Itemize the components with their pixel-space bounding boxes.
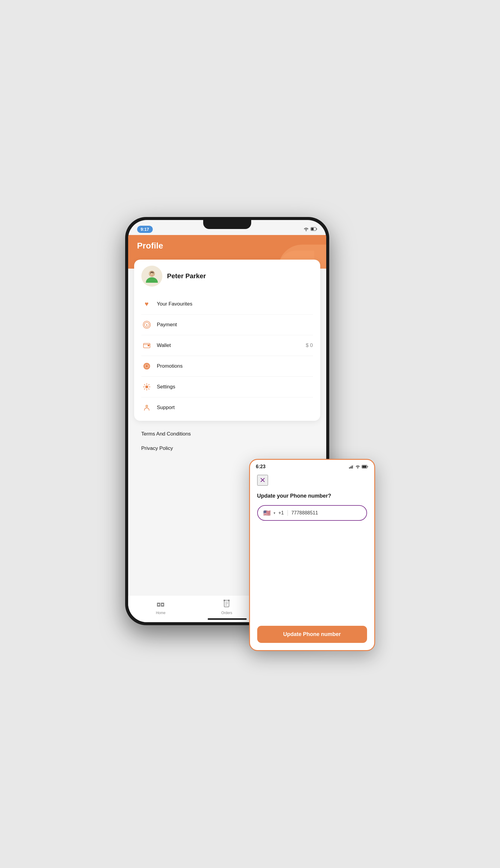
user-info: Peter Parker: [141, 266, 313, 287]
battery-icon: [311, 227, 317, 232]
close-button[interactable]: ✕: [257, 475, 268, 486]
svg-rect-21: [158, 604, 159, 605]
status-icons: [304, 227, 317, 232]
settings-icon: [141, 381, 152, 392]
signal-icon: [349, 465, 354, 469]
nav-orders[interactable]: Orders: [221, 600, 232, 615]
wifi-icon: [304, 227, 309, 232]
svg-rect-22: [162, 604, 163, 605]
menu-item-settings[interactable]: Settings: [141, 377, 313, 397]
svg-rect-11: [148, 345, 149, 346]
svg-rect-32: [362, 466, 366, 468]
wifi2-icon: [355, 465, 360, 469]
svg-point-5: [150, 273, 151, 274]
promotions-icon: [141, 361, 152, 372]
home-icon: [156, 600, 165, 609]
terms-link[interactable]: Terms And Conditions: [141, 427, 313, 441]
svg-rect-1: [311, 228, 314, 230]
menu-label-support: Support: [157, 404, 313, 411]
menu-label-settings: Settings: [157, 384, 313, 390]
menu-item-favourites[interactable]: ♥ Your Favourites: [141, 294, 313, 315]
notch: [203, 220, 251, 229]
support-icon: [141, 402, 152, 413]
menu-label-wallet: Wallet: [157, 342, 301, 349]
svg-rect-30: [353, 465, 354, 469]
svg-point-18: [146, 405, 148, 407]
phone2-status-bar: 6:23: [250, 460, 374, 472]
flag-icon: 🇺🇸: [263, 509, 271, 516]
svg-rect-24: [224, 600, 225, 601]
phone-number-display[interactable]: 7778888511: [292, 510, 361, 516]
home-bar: [208, 618, 247, 620]
svg-point-6: [152, 273, 154, 274]
svg-point-14: [145, 365, 148, 368]
menu-label-favourites: Your Favourites: [157, 301, 313, 307]
menu-item-promotions[interactable]: Promotions: [141, 356, 313, 377]
scene: 9:17: [125, 217, 375, 651]
nav-home[interactable]: Home: [156, 600, 166, 615]
wallet-icon: [141, 340, 152, 351]
modal-content: ✕ Update your Phone number? 🇺🇸 ▼ +1 7778…: [250, 472, 374, 650]
text-links: Terms And Conditions Privacy Policy: [128, 421, 326, 461]
menu-item-wallet[interactable]: Wallet $ 0: [141, 335, 313, 356]
menu-label-payment: Payment: [157, 322, 313, 328]
privacy-link[interactable]: Privacy Policy: [141, 441, 313, 456]
phone-divider: [287, 510, 288, 516]
modal-title: Update your Phone number?: [257, 493, 367, 499]
svg-rect-25: [228, 600, 230, 601]
svg-rect-29: [352, 466, 353, 469]
nav-orders-label: Orders: [221, 611, 232, 615]
header-title: Profile: [137, 241, 163, 250]
phone2-time: 6:23: [256, 464, 265, 469]
menu-label-promotions: Promotions: [157, 363, 313, 369]
phone2-status-icons: [349, 465, 368, 469]
update-phone-button[interactable]: Update Phone number: [257, 626, 367, 643]
menu-item-payment[interactable]: $ Payment: [141, 315, 313, 335]
wallet-value: $ 0: [306, 342, 313, 349]
dropdown-arrow-icon: ▼: [273, 512, 276, 515]
country-code: +1: [278, 510, 284, 516]
profile-card: Peter Parker ♥ Your Favourites $: [134, 260, 320, 421]
avatar: [141, 266, 162, 287]
menu-item-support[interactable]: Support: [141, 397, 313, 418]
heart-icon: ♥: [141, 299, 152, 309]
phone2-modal: 6:23 ✕ Update y: [249, 459, 375, 651]
svg-rect-28: [350, 466, 351, 469]
payment-icon: $: [141, 319, 152, 330]
svg-rect-27: [349, 467, 350, 469]
battery2-icon: [362, 465, 368, 469]
status-time: 9:17: [137, 226, 153, 233]
svg-text:$: $: [146, 323, 147, 327]
phone-input-wrapper[interactable]: 🇺🇸 ▼ +1 7778888511: [257, 505, 367, 521]
nav-home-label: Home: [156, 611, 166, 615]
user-name: Peter Parker: [167, 272, 206, 280]
orders-icon: [223, 600, 231, 609]
